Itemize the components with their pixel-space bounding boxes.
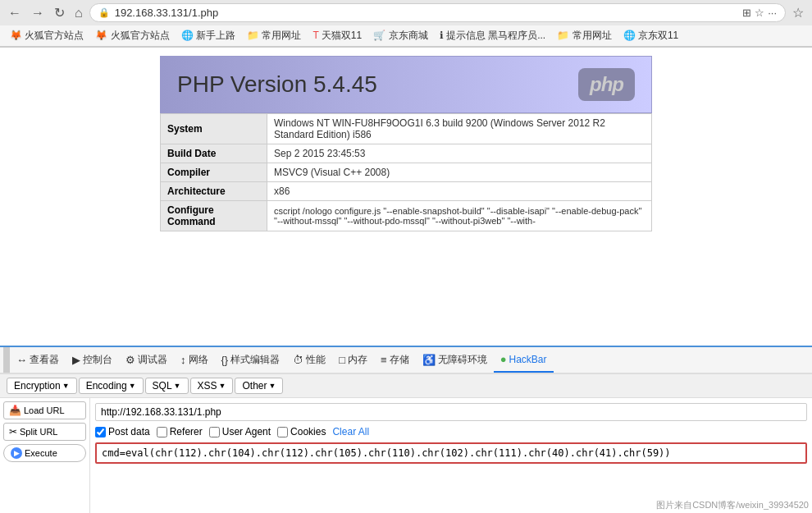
bookmark-6[interactable]: 🛒 京东商城 [368,27,432,44]
sql-menu[interactable]: SQL ▼ [145,378,189,394]
devtools-style-editor[interactable]: {} 样式编辑器 [215,347,287,373]
hackbar-toolbar: Encryption ▼ Encoding ▼ SQL ▼ XSS ▼ Othe… [0,374,812,398]
memory-icon: □ [339,354,345,366]
php-info-table: System Windows NT WIN-FU8HF9OOG1I 6.3 bu… [160,113,652,231]
table-value: cscript /nologo configure.js "--enable-s… [267,201,652,231]
referer-checkbox[interactable] [157,427,167,437]
network-icon: ↕ [180,354,186,366]
inspector-label: 查看器 [30,353,59,367]
debugger-icon: ⚙ [125,354,135,366]
user-agent-checkbox[interactable] [209,427,220,437]
clear-all-button[interactable]: Clear All [332,426,369,437]
xss-label: XSS [198,380,217,392]
devtools-accessibility[interactable]: ♿ 无障碍环境 [416,347,494,373]
console-icon: ▶ [72,354,80,366]
network-label: 网络 [189,353,208,367]
execute-icon: ▶ [11,447,22,459]
encoding-dropdown-arrow: ▼ [129,382,136,390]
encryption-menu[interactable]: Encryption ▼ [7,378,77,394]
bookmark-7[interactable]: ℹ 提示信息 黑马程序员... [435,27,551,44]
page-content: PHP Version 5.4.45 php System Windows NT… [0,48,812,346]
debugger-label: 调试器 [138,353,167,367]
php-logo: php [578,68,635,101]
hackbar-url-input[interactable] [95,403,807,421]
devtools-inspector[interactable]: ↔ 查看器 [10,347,66,373]
hackbar-main: 📥 Load URL ✂ Split URL ▶ Execute Post da… [0,398,812,513]
bookmark-9[interactable]: 🌐 京东双11 [618,27,684,44]
address-actions: ⊞ ☆ ··· [742,7,777,19]
refresh-button[interactable]: ↻ [51,3,68,22]
post-data-label: Post data [108,426,150,437]
table-label: Architecture [161,182,267,201]
other-menu[interactable]: Other ▼ [235,378,283,394]
star-button[interactable]: ☆ [789,3,807,22]
devtools-bar: ↔ 查看器 ▶ 控制台 ⚙ 调试器 ↕ 网络 {} 样式编辑器 ⏱ 性能 □ 内… [0,346,812,373]
accessibility-label: 无障碍环境 [438,353,487,367]
devtools-hackbar[interactable]: ● HackBar [494,347,554,373]
cookies-checkbox[interactable] [277,427,288,437]
bookmark-2[interactable]: 🦊 火狐官方站点 [90,27,174,44]
devtools-debugger[interactable]: ⚙ 调试器 [119,347,174,373]
devtools-network[interactable]: ↕ 网络 [174,347,215,373]
load-url-label: Load URL [24,405,65,415]
grid-icon[interactable]: ⊞ [742,7,751,19]
devtools-console[interactable]: ▶ 控制台 [66,347,119,373]
load-url-icon: 📥 [9,405,21,416]
cookies-checkbox-label[interactable]: Cookies [277,426,326,437]
referer-label: Referer [170,426,203,437]
execute-label: Execute [25,448,57,458]
home-button[interactable]: ⌂ [71,4,86,22]
storage-label: 存储 [390,353,409,367]
inspector-icon: ↔ [16,354,27,366]
bookmark-4[interactable]: 📁 常用网址 [242,27,306,44]
storage-icon: ≡ [381,354,387,366]
bookmark-1[interactable]: 🦊 火狐官方站点 [5,27,89,44]
bookmark-star-icon[interactable]: ☆ [755,7,764,19]
hackbar-cmd-input[interactable] [95,442,807,464]
performance-icon: ⏱ [293,354,303,366]
back-button[interactable]: ← [5,4,25,22]
devtools-storage[interactable]: ≡ 存储 [374,347,416,373]
browser-chrome: ← → ↻ ⌂ 🔒 192.168.33.131/1.php ⊞ ☆ ··· ☆… [0,0,812,48]
load-url-button[interactable]: 📥 Load URL [3,401,86,419]
post-data-checkbox[interactable] [95,427,106,437]
lock-icon: 🔒 [98,7,110,18]
address-bar[interactable]: 🔒 192.168.33.131/1.php ⊞ ☆ ··· [89,3,786,22]
table-row: System Windows NT WIN-FU8HF9OOG1I 6.3 bu… [161,114,652,144]
forward-button[interactable]: → [28,4,48,22]
post-data-checkbox-label[interactable]: Post data [95,426,150,437]
table-value: MSVC9 (Visual C++ 2008) [267,163,652,182]
table-label: ConfigureCommand [161,201,267,231]
hackbar-content: Post data Referer User Agent Cookies Cle… [90,398,812,513]
devtools-memory[interactable]: □ 内存 [332,347,374,373]
table-row: Architecture x86 [161,182,652,201]
hackbar-sidebar: 📥 Load URL ✂ Split URL ▶ Execute [0,398,90,513]
style-label: 样式编辑器 [230,353,280,367]
xss-menu[interactable]: XSS ▼ [190,378,234,394]
watermark: 图片来自CSDN博客/weixin_39934520 [656,499,809,511]
hackbar-dot-icon: ● [500,353,507,365]
other-label: Other [242,380,267,392]
table-label: Compiler [161,163,267,182]
referer-checkbox-label[interactable]: Referer [157,426,203,437]
style-icon: {} [221,354,229,366]
user-agent-checkbox-label[interactable]: User Agent [209,426,271,437]
encryption-label: Encryption [14,380,61,392]
sidebar-toggle[interactable] [3,347,10,373]
other-dropdown-arrow: ▼ [268,382,276,390]
table-row: Compiler MSVC9 (Visual C++ 2008) [161,163,652,182]
bookmark-3[interactable]: 🌐 新手上路 [176,27,240,44]
encoding-label: Encoding [86,380,127,392]
split-url-button[interactable]: ✂ Split URL [3,423,86,441]
cookies-label: Cookies [290,426,326,437]
menu-icon[interactable]: ··· [768,7,777,19]
table-value: Windows NT WIN-FU8HF9OOG1I 6.3 build 920… [267,114,652,144]
hackbar-label: HackBar [509,354,547,365]
bookmark-5[interactable]: T 天猫双11 [308,27,367,44]
encoding-menu[interactable]: Encoding ▼ [79,378,144,394]
execute-button[interactable]: ▶ Execute [3,444,86,462]
table-row: ConfigureCommand cscript /nologo configu… [161,201,652,231]
nav-bar: ← → ↻ ⌂ 🔒 192.168.33.131/1.php ⊞ ☆ ··· ☆ [0,0,812,25]
devtools-performance[interactable]: ⏱ 性能 [286,347,332,373]
bookmark-8[interactable]: 📁 常用网址 [552,27,616,44]
